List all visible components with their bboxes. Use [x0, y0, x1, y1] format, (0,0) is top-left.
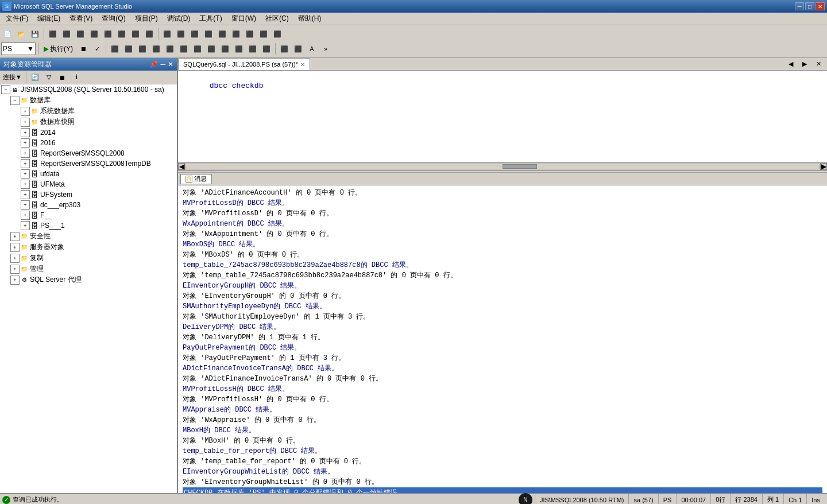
- toolbar-sql-11[interactable]: ⬛: [246, 42, 259, 55]
- h-scrollbar-thumb[interactable]: [503, 164, 537, 169]
- close-explorer-icon[interactable]: ✕: [168, 60, 173, 68]
- tree-item-agent[interactable]: + ⚙ SQL Server 代理: [0, 274, 177, 285]
- expand-replication[interactable]: +: [10, 254, 20, 263]
- db-selector[interactable]: PS ▼: [1, 42, 36, 55]
- tree-item-reportserver2[interactable]: + 🗄 ReportServer$MSSQL2008TempDB: [0, 158, 177, 169]
- filter-button[interactable]: ▽: [42, 71, 55, 84]
- toolbar-btn-6[interactable]: ⬛: [115, 28, 128, 40]
- expand-ufsystem[interactable]: +: [21, 190, 30, 199]
- tree-item-ufsystem[interactable]: + 🗄 UFSystem: [0, 189, 177, 200]
- expand-server-objects[interactable]: +: [10, 243, 20, 252]
- toolbar-sql-12[interactable]: ⬛: [260, 42, 273, 55]
- toolbar-btn-1[interactable]: ⬛: [47, 28, 59, 40]
- menu-item-文件F[interactable]: 文件(F): [1, 13, 33, 25]
- properties-button[interactable]: ℹ: [70, 71, 83, 84]
- tree-item-databases[interactable]: − 📁 数据库: [0, 95, 177, 106]
- stop-refresh-button[interactable]: ⏹: [56, 71, 69, 84]
- toolbar-btn-11[interactable]: ⬛: [188, 28, 201, 40]
- toolbar-sql-8[interactable]: ⬛: [205, 42, 218, 55]
- menu-item-帮助H[interactable]: 帮助(H): [293, 13, 326, 25]
- horizontal-scrollbar[interactable]: ◀ ▶: [178, 162, 827, 170]
- menu-item-查询Q[interactable]: 查询(Q): [97, 13, 130, 25]
- expand-f[interactable]: +: [21, 211, 30, 220]
- menu-item-窗口W[interactable]: 窗口(W): [227, 13, 261, 25]
- expand-ps1[interactable]: +: [21, 221, 30, 230]
- menu-item-项目P[interactable]: 项目(P): [130, 13, 163, 25]
- tab-close-button[interactable]: ✕: [300, 61, 305, 68]
- tab-close-all[interactable]: ✕: [812, 58, 825, 70]
- toolbar-more[interactable]: »: [319, 42, 332, 55]
- tree-item-dcerp[interactable]: + 🗄 dc___erp303: [0, 200, 177, 210]
- toolbar-indent-2[interactable]: ⬛: [292, 42, 304, 55]
- tree-item-ps1[interactable]: + 🗄 PS___1: [0, 220, 177, 231]
- toolbar-btn-4[interactable]: ⬛: [88, 28, 101, 40]
- toolbar-sql-9[interactable]: ⬛: [219, 42, 231, 55]
- expand-snapshots[interactable]: +: [21, 118, 30, 127]
- menu-item-社区C[interactable]: 社区(C): [261, 13, 293, 25]
- toolbar-btn-10[interactable]: ⬛: [175, 28, 187, 40]
- toolbar-btn-8[interactable]: ⬛: [143, 28, 156, 40]
- toolbar-btn-5[interactable]: ⬛: [102, 28, 114, 40]
- sql-editor[interactable]: dbcc checkdb: [178, 71, 827, 162]
- connect-button[interactable]: 连接▼: [1, 71, 24, 84]
- parse-button[interactable]: ✓: [91, 42, 103, 55]
- expand-security[interactable]: +: [10, 232, 20, 241]
- menu-item-编辑E[interactable]: 编辑(E): [33, 13, 65, 25]
- execute-button[interactable]: ▶ 执行(Y): [41, 42, 76, 55]
- tree-item-snapshots[interactable]: + 📁 数据库快照: [0, 117, 177, 127]
- toolbar-btn-16[interactable]: ⬛: [257, 28, 270, 40]
- toolbar-sql-3[interactable]: ⬛: [136, 42, 149, 55]
- expand-dcerp[interactable]: +: [21, 200, 30, 210]
- results-content[interactable]: 对象 'ADictFinanceAccountH' 的 0 页中有 0 行。 M…: [178, 185, 827, 493]
- tree-item-2014[interactable]: + 🗄 2014: [0, 127, 177, 138]
- tree-item-ufmeta[interactable]: + 🗄 UFMeta: [0, 179, 177, 189]
- toolbar-btn-3[interactable]: ⬛: [74, 28, 87, 40]
- dock-icon[interactable]: ─: [160, 60, 165, 68]
- tree-item-replication[interactable]: + 📁 复制: [0, 253, 177, 263]
- tree-area[interactable]: − 🖥 JIS\MSSQL2008 (SQL Server 10.50.1600…: [0, 84, 177, 493]
- stop-button[interactable]: ⏹: [77, 42, 90, 55]
- toolbar-indent-1[interactable]: ⬛: [278, 42, 291, 55]
- minimize-button[interactable]: ─: [795, 2, 804, 10]
- expand-ufdata[interactable]: +: [21, 169, 30, 179]
- tree-item-server-objects[interactable]: + 📁 服务器对象: [0, 242, 177, 253]
- save-button[interactable]: 💾: [29, 28, 41, 40]
- menu-item-工具T[interactable]: 工具(T): [195, 13, 226, 25]
- expand-management[interactable]: +: [10, 265, 20, 274]
- toolbar-indent-3[interactable]: A: [306, 42, 318, 55]
- tree-item-sysdb[interactable]: + 📁 系统数据库: [0, 106, 177, 117]
- expand-server[interactable]: −: [1, 85, 10, 94]
- scroll-right-btn[interactable]: ▶: [820, 163, 827, 170]
- tab-nav-right[interactable]: ▶: [798, 58, 811, 70]
- query-tab-1[interactable]: SQLQuery6.sql - JI...L2008.PS (sa (57))*…: [178, 59, 310, 70]
- toolbar-sql-2[interactable]: ⬛: [122, 42, 135, 55]
- toolbar-sql-4[interactable]: ⬛: [150, 42, 163, 55]
- expand-sysdb[interactable]: +: [21, 107, 30, 116]
- expand-rs2[interactable]: +: [21, 159, 30, 168]
- expand-rs1[interactable]: +: [21, 149, 30, 158]
- toolbar-btn-14[interactable]: ⬛: [230, 28, 242, 40]
- maximize-button[interactable]: □: [805, 2, 814, 10]
- toolbar-btn-2[interactable]: ⬛: [60, 28, 73, 40]
- menu-item-调试D[interactable]: 调试(D): [163, 13, 195, 25]
- toolbar-btn-17[interactable]: ⬛: [271, 28, 284, 40]
- expand-agent[interactable]: +: [10, 276, 20, 285]
- new-query-button[interactable]: 📄: [1, 28, 14, 40]
- tree-item-reportserver1[interactable]: + 🗄 ReportServer$MSSQL2008: [0, 148, 177, 158]
- toolbar-btn-7[interactable]: ⬛: [129, 28, 142, 40]
- toolbar-sql-10[interactable]: ⬛: [233, 42, 245, 55]
- open-file-button[interactable]: 📂: [15, 28, 28, 40]
- toolbar-sql-6[interactable]: ⬛: [177, 42, 190, 55]
- toolbar-btn-9[interactable]: ⬛: [161, 28, 173, 40]
- toolbar-sql-7[interactable]: ⬛: [191, 42, 204, 55]
- pin-icon[interactable]: 📌: [149, 60, 158, 68]
- tree-item-2016[interactable]: + 🗄 2016: [0, 138, 177, 148]
- tree-item-management[interactable]: + 📁 管理: [0, 263, 177, 274]
- expand-2014[interactable]: +: [21, 128, 30, 137]
- results-messages-tab[interactable]: 📋 消息: [180, 174, 212, 184]
- tab-nav-left[interactable]: ◀: [785, 58, 797, 70]
- toolbar-btn-13[interactable]: ⬛: [216, 28, 229, 40]
- tree-item-f[interactable]: + 🗄 F__: [0, 210, 177, 220]
- close-button[interactable]: ✕: [816, 2, 825, 10]
- refresh-button[interactable]: 🔄: [29, 71, 41, 84]
